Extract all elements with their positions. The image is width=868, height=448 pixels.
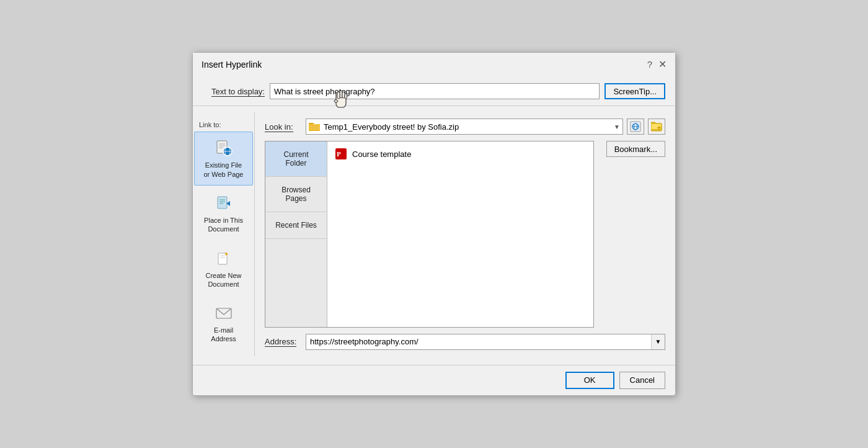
browse-web-button[interactable]: [627, 119, 644, 135]
ppt-icon: P: [335, 148, 347, 160]
link-to-label: Link to:: [193, 117, 254, 131]
divider: [193, 105, 675, 106]
dialog-content: Text to display: ScreenTip... Link to:: [193, 74, 675, 364]
existing-file-icon: [214, 138, 234, 158]
current-folder-label: CurrentFolder: [283, 150, 308, 168]
sidebar-item-create-new[interactable]: ✦ Create NewDocument: [194, 242, 253, 296]
file-item-course-template[interactable]: P Course template: [331, 145, 590, 163]
dialog-title: Insert Hyperlink: [202, 60, 262, 69]
look-in-label: Look in:: [265, 122, 302, 132]
file-browser: CurrentFolder BrowsedPages Recent Files: [265, 141, 594, 327]
browse-folder-icon: [651, 122, 662, 132]
address-row: Address: ▼: [265, 334, 665, 350]
file-name: Course template: [352, 150, 411, 159]
svg-rect-19: [309, 124, 320, 130]
create-new-icon: ✦: [214, 249, 234, 269]
ppt-svg: P: [335, 148, 347, 160]
file-browser-area: CurrentFolder BrowsedPages Recent Files: [265, 141, 665, 327]
ok-button[interactable]: OK: [565, 372, 614, 389]
existing-file-svg: [215, 140, 232, 157]
current-folder-item[interactable]: CurrentFolder: [265, 141, 327, 177]
place-in-doc-svg: [215, 195, 232, 212]
create-new-svg: ✦: [215, 250, 232, 267]
look-in-row: Look in: Temp1_Everybody street! by Sofi…: [265, 119, 665, 135]
email-svg: [215, 306, 232, 321]
browser-sidebar: CurrentFolder BrowsedPages Recent Files: [265, 141, 327, 326]
recent-files-label: Recent Files: [275, 221, 317, 230]
place-in-doc-icon: [214, 194, 234, 213]
folder-icon: [309, 122, 320, 132]
address-input-wrapper: ▼: [306, 334, 665, 350]
text-display-label: Text to display:: [203, 87, 265, 96]
file-listing: P Course template: [327, 141, 593, 326]
close-button[interactable]: ✕: [658, 60, 666, 69]
look-in-value: Temp1_Everybody street! by Sofia.zip: [324, 122, 610, 132]
sidebar-item-existing-file[interactable]: Existing Fileor Web Page: [194, 132, 253, 186]
content-area: Look in: Temp1_Everybody street! by Sofi…: [255, 112, 675, 356]
sidebar-item-place-in-doc[interactable]: Place in ThisDocument: [194, 187, 253, 241]
svg-rect-7: [218, 197, 227, 208]
recent-files-item[interactable]: Recent Files: [265, 212, 327, 239]
title-bar: Insert Hyperlink ? ✕: [193, 53, 675, 74]
link-to-sidebar: Link to:: [193, 112, 255, 356]
place-in-doc-label: Place in ThisDocument: [204, 216, 243, 234]
create-new-label: Create NewDocument: [205, 271, 241, 289]
address-dropdown-button[interactable]: ▼: [651, 334, 665, 349]
browsed-pages-item[interactable]: BrowsedPages: [265, 177, 327, 212]
cancel-button[interactable]: Cancel: [619, 372, 665, 389]
browse-web-icon: [630, 121, 641, 132]
browsed-pages-label: BrowsedPages: [281, 186, 311, 203]
look-in-select[interactable]: Temp1_Everybody street! by Sofia.zip ▼: [306, 119, 623, 135]
svg-rect-26: [651, 123, 662, 130]
email-label: E-mailAddress: [211, 326, 236, 344]
right-panel: Bookmark...: [600, 141, 665, 327]
text-display-input[interactable]: [270, 83, 600, 99]
svg-text:P: P: [337, 150, 341, 158]
title-bar-controls: ? ✕: [647, 59, 666, 69]
browse-folder-button[interactable]: [648, 119, 665, 135]
bookmark-button[interactable]: Bookmark...: [606, 141, 665, 157]
insert-hyperlink-dialog: Insert Hyperlink ? ✕ Text to display: Sc…: [192, 52, 676, 395]
email-icon: [214, 303, 234, 323]
address-input[interactable]: [306, 336, 651, 347]
main-area: Link to:: [193, 112, 675, 356]
look-in-dropdown-arrow: ▼: [614, 123, 620, 130]
svg-text:✦: ✦: [224, 251, 229, 258]
text-display-row: Text to display: ScreenTip...: [203, 83, 665, 99]
address-label: Address:: [265, 337, 302, 346]
screentip-button[interactable]: ScreenTip...: [604, 83, 665, 99]
dialog-footer: OK Cancel: [193, 365, 675, 395]
help-button[interactable]: ?: [647, 59, 652, 69]
sidebar-item-email[interactable]: E-mailAddress: [194, 297, 253, 351]
existing-file-label: Existing Fileor Web Page: [203, 161, 243, 179]
